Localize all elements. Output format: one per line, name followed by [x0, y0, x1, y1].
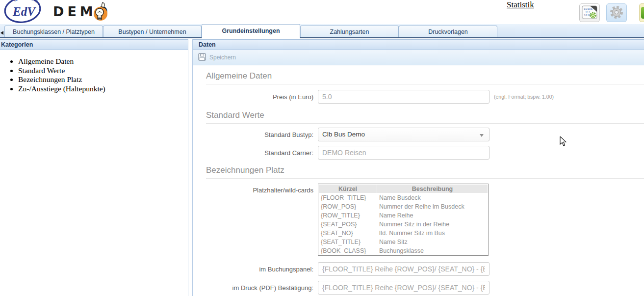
- save-button-label: Speichern: [209, 54, 236, 61]
- save-button[interactable]: Speichern: [198, 53, 236, 62]
- table-row: {ROW_TITLE} Name Reihe: [319, 211, 488, 219]
- standard-carrier-input[interactable]: [318, 146, 489, 160]
- table-row: {SEAT_POS} Nummer Sitz in der Reihe: [319, 220, 488, 228]
- statistik-link[interactable]: Statistik: [507, 0, 534, 10]
- gear-icon: [609, 5, 624, 21]
- preis-label: Preis (in Euro): [193, 93, 313, 101]
- form-content: Allgemeine Daten Preis (in Euro) (engl. …: [193, 65, 644, 296]
- clipped-green-icon: [641, 7, 644, 19]
- chevron-down-icon: [480, 134, 484, 137]
- standard-bustyp-label: Standard Bustyp:: [193, 131, 313, 139]
- floppy-disk-icon: [198, 53, 206, 62]
- mouse-cursor: [560, 136, 567, 149]
- section-heading-allgemeine-daten: Allgemeine Daten: [206, 71, 644, 84]
- tab-scroll-left-icon[interactable]: [0, 31, 3, 35]
- table-row: {SEAT_NO} lfd. Nummer Sitz im Bus: [319, 229, 488, 237]
- edv-logo-icon: MÜLLER EdV: [3, 0, 43, 25]
- tab-buchungsklassen-platztypen[interactable]: Buchungsklassen / Platztypen: [4, 26, 103, 38]
- binary-window-icon: 10101 111 1010: [582, 5, 597, 21]
- lightbulb-icon: [91, 1, 109, 25]
- kategorien-list: Allgemeine Daten Standard Werte Bezeichn…: [0, 57, 188, 93]
- sidebar-item-standard-werte[interactable]: Standard Werte: [18, 66, 188, 76]
- section-heading-standard-werte: Standard Werte: [206, 110, 644, 124]
- buchungspanel-label: im Buchungspanel:: [193, 266, 313, 273]
- col-header-beschreibung: Beschreibung: [377, 185, 488, 193]
- svg-text:EdV: EdV: [12, 5, 36, 18]
- standard-carrier-label: Standard Carrier:: [193, 149, 313, 157]
- sidebar-title: Kategorien: [0, 39, 188, 50]
- standard-bustyp-value: Clb Bus Demo: [322, 131, 365, 138]
- statistics-data-button[interactable]: 10101 111 1010: [579, 3, 600, 22]
- kategorien-panel: Kategorien Allgemeine Daten Standard Wer…: [0, 39, 188, 296]
- table-row: {BOOK_CLASS} Buchungsklasse: [319, 246, 488, 255]
- daten-panel: Daten Speichern Allgemeine Daten Preis (…: [192, 39, 644, 296]
- buchungspanel-input[interactable]: [318, 262, 489, 276]
- table-row: {FLOOR_TITLE} Name Busdeck: [319, 193, 488, 202]
- druck-pdf-label: im Druck (PDF) Bestätigung:: [193, 284, 313, 292]
- druck-pdf-input[interactable]: [318, 281, 489, 295]
- standard-bustyp-select[interactable]: Clb Bus Demo: [318, 128, 489, 141]
- tab-grundeinstellungen[interactable]: Grundeinstellungen: [202, 24, 300, 38]
- settings-button[interactable]: [606, 3, 627, 22]
- preis-input[interactable]: [318, 90, 489, 104]
- clipped-right-button[interactable]: [639, 3, 644, 22]
- table-header-row: Kürzel Beschreibung: [319, 185, 488, 193]
- col-header-kuerzel: Kürzel: [319, 185, 377, 193]
- table-row: {SEAT_TITLE} Name Sitz: [319, 238, 488, 246]
- main-tab-bar: Buchungsklassen / Platztypen Bustypen / …: [0, 24, 644, 38]
- sidebar-item-bezeichnungen-platz[interactable]: Bezeichnungen Platz: [18, 75, 188, 84]
- wildcards-table: Kürzel Beschreibung {FLOOR_TITLE} Name B…: [318, 184, 489, 256]
- main-panel-title: Daten: [193, 39, 644, 50]
- preis-format-hint: (engl. Format; bspw. 1.00): [494, 94, 554, 100]
- wildcards-label: Platzhalter/wild-cards: [193, 187, 313, 194]
- section-heading-bezeichnungen-platz: Bezeichnungen Platz: [206, 165, 644, 179]
- sidebar-item-zu-ausstiege[interactable]: Zu-/Ausstiege (Haltepunkte): [18, 84, 188, 94]
- table-row: {ROW_POS} Nummer der Reihe im Busdeck: [319, 202, 488, 211]
- sidebar-item-allgemeine-daten[interactable]: Allgemeine Daten: [18, 57, 188, 66]
- app-window: MÜLLER EdV DEMO Statistik: [0, 0, 644, 296]
- tab-bustypen-unternehmen[interactable]: Bustypen / Unternehmen: [103, 26, 202, 38]
- daten-toolbar: Speichern: [193, 50, 644, 65]
- edv-mueller-logo: MÜLLER EdV: [3, 0, 43, 27]
- tab-druckvorlagen[interactable]: Druckvorlagen: [399, 26, 497, 38]
- top-header: MÜLLER EdV DEMO Statistik: [0, 0, 644, 24]
- tab-zahlungsarten[interactable]: Zahlungsarten: [300, 26, 399, 38]
